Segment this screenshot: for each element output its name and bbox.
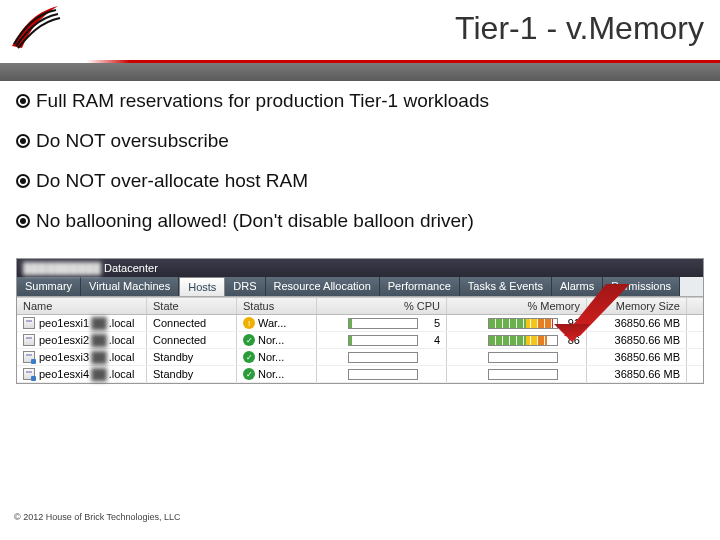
col-status[interactable]: Status: [237, 298, 317, 314]
host-icon: [23, 317, 35, 329]
host-icon: [23, 351, 35, 363]
table-row[interactable]: peo1esxi4██.localStandby✓Nor...36850.66 …: [17, 366, 703, 383]
tab-resource-allocation[interactable]: Resource Allocation: [266, 277, 380, 296]
bullet-text: No ballooning allowed! (Don't disable ba…: [36, 210, 474, 232]
col-mem[interactable]: % Memory: [447, 298, 587, 314]
host-name: peo1esxi1██.local: [39, 317, 134, 329]
tab-tasks-events[interactable]: Tasks & Events: [460, 277, 552, 296]
tab-virtual-machines[interactable]: Virtual Machines: [81, 277, 179, 296]
cell-mem: 86: [447, 332, 587, 348]
col-cpu[interactable]: % CPU: [317, 298, 447, 314]
cell-status: ✓Nor...: [237, 349, 317, 365]
tab-performance[interactable]: Performance: [380, 277, 460, 296]
bullet-item: Do NOT oversubscribe: [16, 130, 704, 152]
bullet-icon: [16, 94, 30, 108]
tab-permissions[interactable]: Permissions: [603, 277, 680, 296]
cell-cpu: [317, 366, 447, 382]
datacenter-panel: ██████████ Datacenter SummaryVirtual Mac…: [16, 258, 704, 384]
cell-status: !War...: [237, 315, 317, 331]
bullet-text: Full RAM reservations for production Tie…: [36, 90, 489, 112]
bullet-list: Full RAM reservations for production Tie…: [0, 70, 720, 258]
cell-status: ✓Nor...: [237, 332, 317, 348]
table-row[interactable]: peo1esxi2██.localConnected✓Nor...4863685…: [17, 332, 703, 349]
bullet-icon: [16, 134, 30, 148]
bullet-text: Do NOT oversubscribe: [36, 130, 229, 152]
footer-copyright: © 2012 House of Brick Technologies, LLC: [14, 512, 181, 522]
cell-msize: 36850.66 MB: [587, 366, 687, 382]
hosts-table: Name State Status % CPU % Memory Memory …: [17, 297, 703, 383]
warning-icon: !: [243, 317, 255, 329]
tab-drs[interactable]: DRS: [225, 277, 265, 296]
bullet-item: Full RAM reservations for production Tie…: [16, 90, 704, 112]
cell-state: Standby: [147, 349, 237, 365]
cell-msize: 36850.66 MB: [587, 349, 687, 365]
host-name: peo1esxi2██.local: [39, 334, 134, 346]
col-state[interactable]: State: [147, 298, 237, 314]
panel-title-text: Datacenter: [104, 262, 158, 274]
cell-status: ✓Nor...: [237, 366, 317, 382]
cell-msize: 36850.66 MB: [587, 315, 687, 331]
tab-summary[interactable]: Summary: [17, 277, 81, 296]
bullet-item: Do NOT over-allocate host RAM: [16, 170, 704, 192]
ok-icon: ✓: [243, 351, 255, 363]
panel-header: ██████████ Datacenter: [17, 259, 703, 277]
bullet-icon: [16, 174, 30, 188]
ok-icon: ✓: [243, 368, 255, 380]
table-row[interactable]: peo1esxi3██.localStandby✓Nor...36850.66 …: [17, 349, 703, 366]
host-icon: [23, 368, 35, 380]
host-icon: [23, 334, 35, 346]
col-msize[interactable]: Memory Size: [587, 298, 687, 314]
table-row[interactable]: peo1esxi1██.localConnected!War...5913685…: [17, 315, 703, 332]
cell-msize: 36850.66 MB: [587, 332, 687, 348]
table-header: Name State Status % CPU % Memory Memory …: [17, 297, 703, 315]
cell-mem: 91: [447, 315, 587, 331]
cell-cpu: 5: [317, 315, 447, 331]
tab-hosts[interactable]: Hosts: [179, 277, 225, 296]
tab-alarms[interactable]: Alarms: [552, 277, 603, 296]
cell-state: Connected: [147, 315, 237, 331]
host-name: peo1esxi4██.local: [39, 368, 134, 380]
cell-mem: [447, 366, 587, 382]
cell-mem: [447, 349, 587, 365]
host-name: peo1esxi3██.local: [39, 351, 134, 363]
cell-cpu: 4: [317, 332, 447, 348]
header-band: [0, 63, 720, 81]
panel-title-blur: ██████████: [23, 262, 101, 274]
bullet-icon: [16, 214, 30, 228]
cell-cpu: [317, 349, 447, 365]
ok-icon: ✓: [243, 334, 255, 346]
logo-icon: [8, 2, 64, 54]
tab-bar: SummaryVirtual MachinesHostsDRSResource …: [17, 277, 703, 297]
cell-state: Connected: [147, 332, 237, 348]
col-name[interactable]: Name: [17, 298, 147, 314]
bullet-item: No ballooning allowed! (Don't disable ba…: [16, 210, 704, 232]
cell-state: Standby: [147, 366, 237, 382]
page-title: Tier-1 - v.Memory: [455, 10, 704, 47]
bullet-text: Do NOT over-allocate host RAM: [36, 170, 308, 192]
